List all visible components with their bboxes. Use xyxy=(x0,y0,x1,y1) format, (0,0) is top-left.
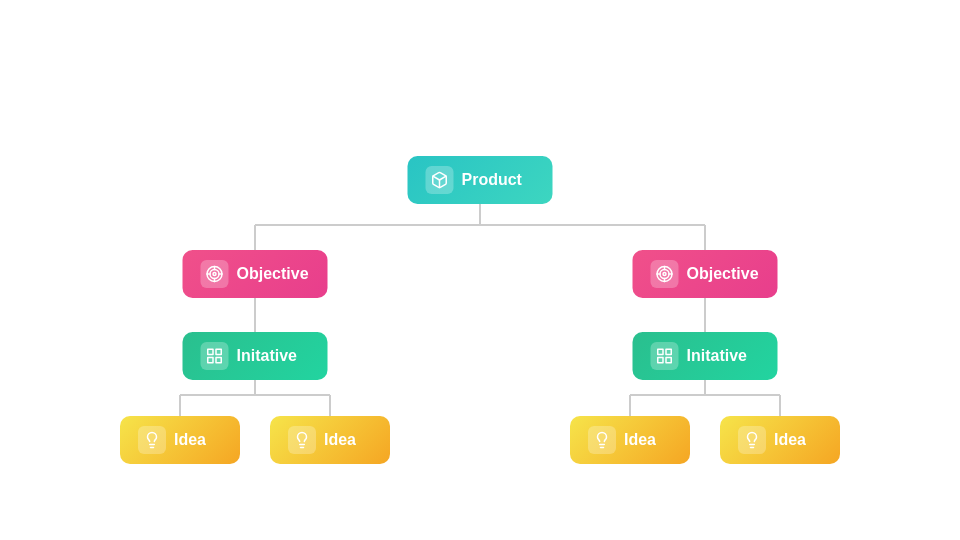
idea-4-label: Idea xyxy=(774,431,806,449)
grid-icon-left xyxy=(201,342,229,370)
grid-icon-right xyxy=(651,342,679,370)
target-icon-left xyxy=(201,260,229,288)
bulb-icon-4 xyxy=(738,426,766,454)
svg-point-25 xyxy=(663,273,666,276)
idea-3-label: Idea xyxy=(624,431,656,449)
initiative-right-node[interactable]: Initative xyxy=(633,332,778,380)
org-chart: Product Objective xyxy=(30,40,930,500)
svg-rect-30 xyxy=(208,349,213,354)
initiative-left-node[interactable]: Initative xyxy=(183,332,328,380)
bulb-icon-2 xyxy=(288,426,316,454)
product-label: Product xyxy=(462,171,522,189)
bulb-icon-1 xyxy=(138,426,166,454)
svg-point-18 xyxy=(213,273,216,276)
svg-rect-35 xyxy=(666,349,671,354)
svg-rect-32 xyxy=(208,358,213,363)
idea-3-node[interactable]: Idea xyxy=(570,416,690,464)
idea-2-label: Idea xyxy=(324,431,356,449)
svg-rect-36 xyxy=(658,358,663,363)
objective-right-node[interactable]: Objective xyxy=(633,250,778,298)
svg-rect-37 xyxy=(666,358,671,363)
initiative-left-label: Initative xyxy=(237,347,297,365)
svg-rect-34 xyxy=(658,349,663,354)
objective-left-label: Objective xyxy=(237,265,309,283)
svg-point-24 xyxy=(660,270,669,279)
objective-left-node[interactable]: Objective xyxy=(183,250,328,298)
idea-2-node[interactable]: Idea xyxy=(270,416,390,464)
target-icon-right xyxy=(651,260,679,288)
svg-point-17 xyxy=(210,270,219,279)
svg-rect-31 xyxy=(216,349,221,354)
idea-1-node[interactable]: Idea xyxy=(120,416,240,464)
idea-1-label: Idea xyxy=(174,431,206,449)
initiative-right-label: Initative xyxy=(687,347,747,365)
product-node[interactable]: Product xyxy=(408,156,553,204)
bulb-icon-3 xyxy=(588,426,616,454)
idea-4-node[interactable]: Idea xyxy=(720,416,840,464)
objective-right-label: Objective xyxy=(687,265,759,283)
box-icon xyxy=(426,166,454,194)
svg-rect-33 xyxy=(216,358,221,363)
